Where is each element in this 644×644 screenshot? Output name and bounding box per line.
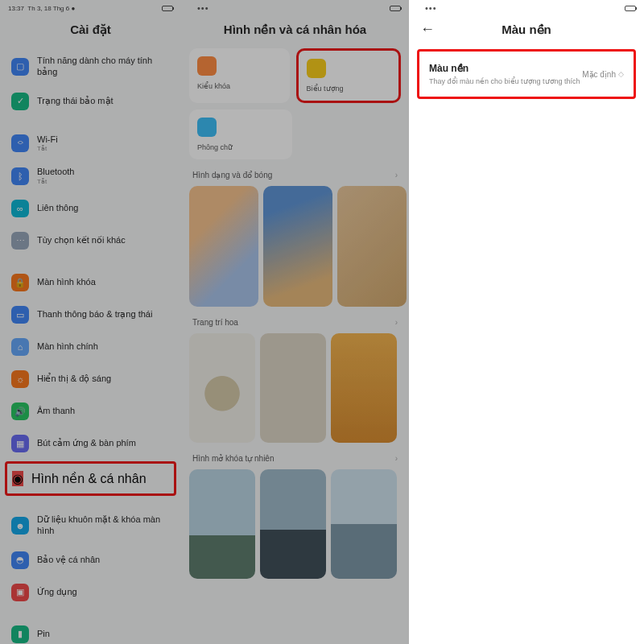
chevron-right-icon: › — [395, 454, 398, 463]
personalization-panel: ••• Hình nền và cá nhân hóa Kiểu khóa Bi… — [181, 0, 409, 644]
wallpaper-thumb[interactable] — [260, 469, 326, 579]
lock-icon: 🔒 — [11, 274, 29, 291]
wallpaper-row-1[interactable] — [181, 186, 409, 307]
page-title: Hình nền và cá nhân hóa — [181, 14, 409, 48]
privacy-icon: ◓ — [11, 551, 29, 569]
settings-item-face[interactable]: ☻Dữ liệu khuôn mặt & khóa màn hình — [6, 507, 175, 544]
page-title: Cài đặt — [0, 14, 181, 48]
wallpaper-thumb[interactable] — [189, 333, 255, 443]
wallpaper-thumb[interactable] — [263, 186, 332, 307]
section-nature[interactable]: Hình mở khóa tự nhiên› — [181, 443, 409, 469]
status-bar-3: ••• — [409, 0, 644, 14]
wallpaper-icon: ◉ — [12, 471, 23, 486]
apps-icon: ▣ — [11, 584, 29, 601]
option-value: Mặc định ◇ — [582, 70, 624, 79]
wallpaper-thumb[interactable] — [331, 333, 397, 443]
settings-item-sound[interactable]: 🔊Âm thanh — [6, 395, 175, 427]
wifi-icon: ⌔ — [11, 134, 29, 152]
option-subtitle: Thay đổi màu nền cho biểu tượng tương th… — [429, 77, 582, 85]
settings-item-privacy[interactable]: ◓Bảo vệ cá nhân — [6, 544, 175, 576]
background-color-option[interactable]: Màu nền Thay đổi màu nền cho biểu tượng … — [417, 49, 636, 99]
wallpaper-thumb[interactable] — [337, 186, 407, 307]
home-icon: ⌂ — [11, 338, 29, 356]
settings-item-other-conn[interactable]: ⋯Tùy chọn kết nối khác — [6, 225, 175, 257]
settings-item-lockscreen[interactable]: 🔒Màn hình khóa — [6, 266, 175, 299]
status-date: Th 3, 18 Thg 6 — [27, 5, 69, 12]
notification-icon: ▭ — [11, 306, 29, 324]
battery-icon — [390, 6, 401, 11]
card-lock-style[interactable]: Kiểu khóa — [189, 48, 290, 103]
battery-icon — [162, 6, 173, 11]
battery-icon — [625, 6, 636, 11]
bluetooth-icon: ᛒ — [11, 167, 29, 185]
section-floral[interactable]: Trang trí hoa› — [181, 307, 409, 333]
tablet-icon: ▢ — [11, 58, 29, 76]
wallpaper-row-2[interactable] — [181, 333, 409, 443]
settings-item-apps[interactable]: ▣Ứng dụng — [6, 576, 175, 609]
chevron-right-icon: › — [395, 171, 398, 180]
face-icon: ☻ — [11, 517, 29, 535]
option-title: Màu nền — [429, 63, 582, 74]
settings-item-stylus[interactable]: ▦Bút cảm ứng & bàn phím — [6, 427, 175, 460]
lock-style-icon — [197, 56, 217, 76]
more-icon[interactable]: ••• — [189, 3, 209, 13]
chevron-right-icon: › — [395, 318, 398, 327]
settings-item-security-status[interactable]: ✓Trạng thái bảo mật — [6, 85, 175, 118]
select-icon: ◇ — [618, 70, 624, 78]
wallpaper-thumb[interactable] — [260, 333, 326, 443]
wallpaper-thumb[interactable] — [189, 186, 258, 307]
settings-item-wallpaper-personal[interactable]: ◉ Hình nền & cá nhân — [5, 461, 176, 496]
settings-item-connectivity[interactable]: ∞Liên thông — [6, 192, 175, 225]
status-bar-2: ••• — [181, 0, 409, 14]
card-icon-style[interactable]: Biểu tượng — [296, 48, 402, 103]
shield-icon: ✓ — [11, 93, 29, 110]
settings-item-home[interactable]: ⌂Màn hình chính — [6, 331, 175, 363]
wallpaper-thumb[interactable] — [331, 469, 397, 579]
sound-icon: 🔊 — [11, 402, 29, 420]
wallpaper-row-3[interactable] — [181, 469, 409, 579]
more-icon: ⋯ — [11, 232, 29, 250]
wallpaper-thumb[interactable] — [189, 469, 255, 579]
settings-item-battery[interactable]: ▮Pin — [6, 618, 175, 645]
settings-panel: 13:37 Th 3, 18 Thg 6 ● Cài đặt ▢Tính năn… — [0, 0, 181, 644]
icon-style-icon — [307, 59, 326, 78]
settings-item-bluetooth[interactable]: ᛒBluetoothTắt — [6, 159, 175, 192]
card-font[interactable]: Phông chữ — [189, 109, 292, 159]
settings-item-wifi[interactable]: ⌔Wi-FiTắt — [6, 127, 175, 160]
keyboard-icon: ▦ — [11, 435, 29, 452]
page-title: Màu nền — [420, 23, 633, 37]
link-icon: ∞ — [11, 200, 29, 217]
status-time: 13:37 — [8, 5, 24, 12]
brightness-icon: ☼ — [11, 370, 29, 388]
font-icon — [197, 118, 217, 137]
settings-item-notification-bar[interactable]: ▭Thanh thông báo & trạng thái — [6, 299, 175, 331]
settings-item-tablet[interactable]: ▢Tính năng dành cho máy tính bảng — [6, 48, 175, 85]
section-shapes[interactable]: Hình dạng và đổ bóng› — [181, 159, 409, 186]
battery-item-icon: ▮ — [11, 625, 29, 643]
status-bar: 13:37 Th 3, 18 Thg 6 ● — [0, 0, 181, 14]
settings-item-display[interactable]: ☼Hiển thị & độ sáng — [6, 363, 175, 395]
background-color-panel: ••• ← Màu nền Màu nền Thay đổi màu nền c… — [409, 0, 644, 644]
more-icon[interactable]: ••• — [417, 3, 437, 13]
